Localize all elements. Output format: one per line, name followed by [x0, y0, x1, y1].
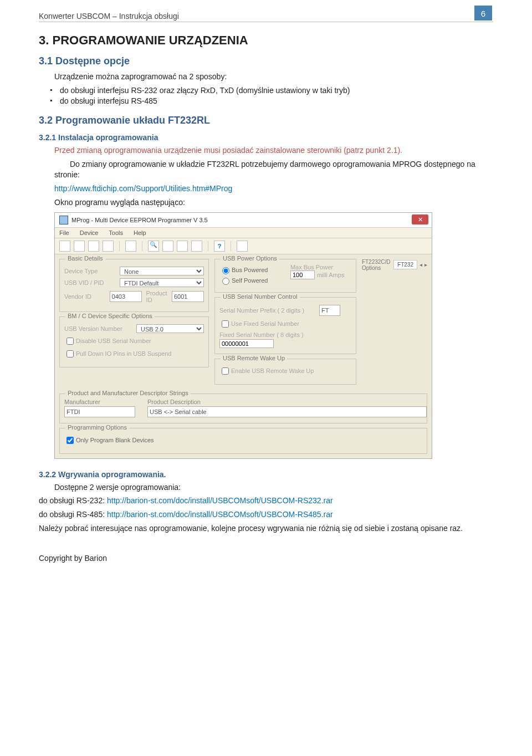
- legend-bmc: BM / C Device Specific Options: [65, 313, 155, 319]
- legend-desc: Product and Manufacturer Descriptor Stri…: [65, 390, 191, 396]
- product-desc-input[interactable]: [147, 406, 427, 417]
- footer-copyright: Copyright by Barion: [0, 537, 532, 574]
- disable-serial-label: Disable USB Serial Number: [76, 338, 151, 344]
- wake-label: Enable USB Remote Wake Up: [231, 367, 314, 374]
- pulldown-checkbox[interactable]: [66, 350, 74, 357]
- toolbar-new-icon[interactable]: [59, 241, 70, 252]
- product-id-input[interactable]: [172, 291, 204, 302]
- blank-devices-label: Only Program Blank Devices: [76, 437, 154, 443]
- intro-paragraph: Urządzenie można zaprogramować na 2 spos…: [54, 71, 493, 82]
- versions-paragraph: Dostępne 2 wersje oprogramowania:: [54, 482, 493, 493]
- usb-version-label: USB Version Number: [64, 325, 136, 332]
- toolbar-read-icon[interactable]: [191, 241, 202, 252]
- fixed-num-label: Fixed Serial Number ( 8 digits ): [219, 331, 351, 338]
- app-icon: [59, 216, 68, 224]
- heading-3-2: 3.2 Programowanie układu FT232RL: [39, 115, 493, 126]
- heading-3-2-2: 3.2.2 Wgrywania oprogramowania.: [39, 470, 493, 479]
- prefix-label: Serial Number Prefix ( 2 digits ): [219, 307, 319, 314]
- fixed-serial-label: Use Fixed Serial Number: [231, 320, 299, 327]
- disable-serial-checkbox[interactable]: [66, 338, 74, 345]
- menu-tools[interactable]: Tools: [109, 229, 123, 236]
- menu-file[interactable]: File: [59, 229, 69, 236]
- rs232-line: do obsługi RS-232: http://barion-st.com/…: [39, 496, 493, 506]
- tab-label: FT2232C/D Options: [362, 259, 391, 271]
- toolbar-help-icon[interactable]: ?: [214, 241, 225, 252]
- fieldset-basic: Basic Details Device TypeNone USB VID / …: [59, 259, 209, 312]
- device-type-select[interactable]: None: [120, 267, 204, 275]
- window-titlebar: MProg - Multi Device EEPROM Programmer V…: [55, 213, 432, 228]
- bus-powered-label: Bus Powered: [232, 267, 268, 273]
- window-title: MProg - Multi Device EEPROM Programmer V…: [71, 217, 208, 223]
- bus-powered-radio[interactable]: [222, 267, 229, 274]
- toolbar-exit-icon[interactable]: [237, 241, 248, 252]
- page-number-badge: 6: [474, 6, 492, 21]
- manufacturer-input[interactable]: [64, 406, 135, 417]
- rs485-link[interactable]: http://barion-st.com/doc/install/USBCOMs…: [107, 510, 333, 519]
- fieldset-power: USB Power Options Bus Powered Self Power…: [214, 259, 356, 293]
- toolbar-erase-icon[interactable]: [162, 241, 173, 252]
- fieldset-wake: USB Remote Wake Up Enable USB Remote Wak…: [214, 359, 356, 385]
- manufacturer-label: Manufacturer: [64, 399, 131, 405]
- doc-header-title: Konwerter USBCOM – Instrukcja obsługi: [39, 12, 474, 21]
- self-powered-radio[interactable]: [222, 278, 229, 285]
- mprog-window: MProg - Multi Device EEPROM Programmer V…: [54, 212, 432, 459]
- heading-3-2-1: 3.2.1 Instalacja oprogramowania: [39, 133, 493, 142]
- vidpid-label: USB VID / PID: [64, 279, 120, 286]
- legend-basic: Basic Details: [65, 255, 105, 262]
- max-power-unit: milli Amps: [317, 272, 345, 278]
- toolbar-edit-icon[interactable]: [103, 241, 114, 252]
- bullet-rs232: do obsługi interfejsu RS-232 oraz złączy…: [50, 85, 493, 96]
- fieldset-bmc: BM / C Device Specific Options USB Versi…: [59, 316, 209, 367]
- self-powered-label: Self Powered: [232, 277, 268, 284]
- mprog-link[interactable]: http://www.ftdichip.com/Support/Utilitie…: [54, 183, 493, 194]
- tab-right-arrow-icon[interactable]: ▸: [424, 262, 427, 268]
- fieldset-prog: Programming Options Only Program Blank D…: [59, 428, 427, 454]
- toolbar-save-icon[interactable]: [88, 241, 99, 252]
- heading-3-1: 3.1 Dostępne opcje: [39, 55, 493, 67]
- blank-devices-checkbox[interactable]: [66, 437, 74, 444]
- toolbar-open-icon[interactable]: [74, 241, 85, 252]
- prefix-input[interactable]: [319, 305, 340, 316]
- window-caption: Okno programu wygląda następująco:: [54, 197, 493, 208]
- menu-help[interactable]: Help: [134, 229, 146, 236]
- legend-prog: Programming Options: [65, 424, 129, 431]
- toolbar: 🔍 ?: [55, 238, 432, 254]
- header-rule: [39, 22, 493, 22]
- bullet-rs485: do obsługi interfejsu RS-485: [50, 96, 493, 107]
- menu-device[interactable]: Device: [80, 229, 99, 236]
- rs232-link[interactable]: http://barion-st.com/doc/install/USBCOMs…: [107, 496, 333, 505]
- vendor-id-input[interactable]: [110, 291, 142, 302]
- fixed-num-input[interactable]: [219, 339, 274, 348]
- warning-paragraph: Przed zmianą oprogramowania urządzenie m…: [54, 145, 493, 156]
- heading-1: 3. PROGRAMOWANIE URZĄDZENIA: [39, 33, 493, 48]
- fieldset-desc: Product and Manufacturer Descriptor Stri…: [59, 394, 427, 423]
- tab-left-arrow-icon[interactable]: ◂: [420, 262, 422, 268]
- usb-version-select[interactable]: USB 2.0: [136, 324, 204, 333]
- max-power-input[interactable]: [290, 270, 315, 279]
- toolbar-saveas-icon[interactable]: [125, 241, 136, 252]
- close-icon[interactable]: ✕: [412, 214, 428, 224]
- product-id-label: Product ID: [146, 290, 170, 303]
- fixed-serial-checkbox[interactable]: [222, 320, 229, 328]
- toolbar-search-icon[interactable]: 🔍: [148, 241, 159, 252]
- device-type-label: Device Type: [64, 268, 120, 274]
- vendor-id-label: Vendor ID: [64, 293, 110, 300]
- legend-wake: USB Remote Wake Up: [221, 355, 287, 361]
- max-power-label: Max Bus Power: [290, 264, 351, 270]
- vidpid-select[interactable]: FTDI Default: [120, 278, 204, 287]
- legend-serial: USB Serial Number Control: [221, 293, 300, 300]
- rs485-line: do obsługi RS-485: http://barion-st.com/…: [39, 509, 493, 520]
- fieldset-serial: USB Serial Number Control Serial Number …: [214, 297, 356, 354]
- tab-value[interactable]: FT232: [393, 260, 417, 269]
- wake-checkbox[interactable]: [222, 367, 229, 375]
- mprog-paragraph: Do zmiany oprogramowanie w układzie FT23…: [54, 159, 493, 180]
- toolbar-program-icon[interactable]: [177, 241, 188, 252]
- product-desc-label: Product Description: [147, 399, 422, 405]
- pulldown-label: Pull Down IO Pins in USB Suspend: [76, 350, 171, 357]
- download-note: Należy pobrać interesujące nas oprogramo…: [39, 523, 493, 534]
- legend-power: USB Power Options: [221, 255, 279, 262]
- menubar: File Device Tools Help: [55, 228, 432, 238]
